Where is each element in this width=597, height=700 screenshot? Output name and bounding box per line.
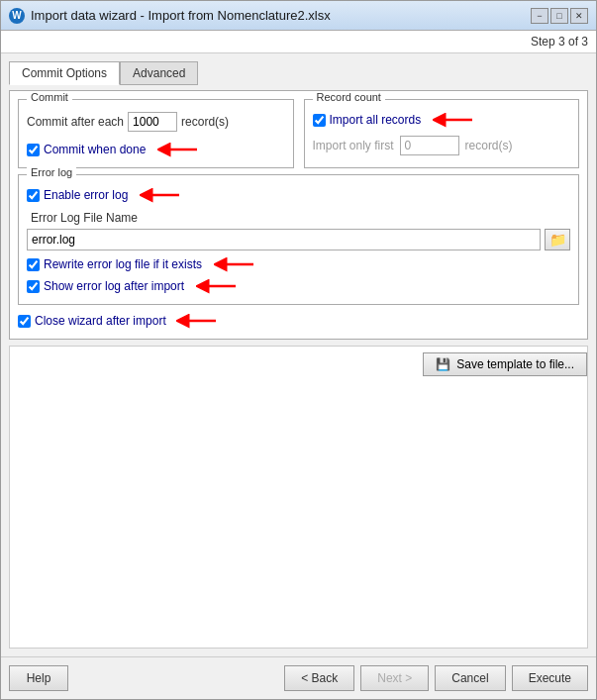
rewrite-label[interactable]: Rewrite error log file if it exists — [27, 257, 202, 271]
tab-advanced[interactable]: Advanced — [120, 61, 198, 85]
import-only-row: Import only first record(s) — [313, 136, 571, 155]
commit-row: Commit after each record(s) — [27, 112, 285, 132]
arrow-enable-error-log — [140, 185, 184, 205]
tab-content: Commit Commit after each record(s) Commi… — [9, 90, 588, 340]
help-button[interactable]: Help — [9, 665, 68, 691]
import-all-label[interactable]: Import all records — [313, 113, 422, 127]
close-wizard-checkbox[interactable] — [18, 315, 31, 328]
cancel-button[interactable]: Cancel — [435, 665, 505, 691]
save-template-row: 💾 Save template to file... — [10, 347, 587, 382]
commit-label-after: record(s) — [181, 115, 229, 129]
enable-error-log-label[interactable]: Enable error log — [27, 188, 128, 202]
bottom-buttons: Help < Back Next > Cancel Execute — [1, 656, 596, 699]
rewrite-row: Rewrite error log file if it exists — [27, 254, 570, 274]
close-button[interactable]: ✕ — [570, 8, 588, 24]
import-only-label-after: record(s) — [465, 139, 513, 152]
file-name-label-row: Error Log File Name — [31, 211, 570, 225]
enable-error-log-checkbox[interactable] — [27, 189, 40, 202]
arrow-close-wizard — [176, 311, 221, 331]
file-name-label: Error Log File Name — [31, 211, 138, 225]
close-wizard-label[interactable]: Close wizard after import — [18, 314, 166, 328]
commit-section: Commit Commit after each record(s) Commi… — [18, 99, 294, 168]
import-only-label-before: Import only first — [313, 139, 394, 152]
commit-value-input[interactable] — [128, 112, 177, 132]
error-log-section: Error log Enable error log — [18, 174, 579, 305]
error-log-legend: Error log — [27, 166, 76, 178]
commit-legend: Commit — [27, 91, 72, 103]
show-after-row: Show error log after import — [27, 276, 570, 296]
file-input-row: 📁 — [27, 229, 570, 250]
commit-when-done-checkbox[interactable] — [27, 144, 40, 156]
title-bar: W Import data wizard - Import from Nomen… — [1, 1, 596, 31]
import-all-checkbox[interactable] — [313, 114, 326, 127]
arrow-commit-when-done — [157, 140, 202, 159]
record-count-section: Record count Import all records — [304, 99, 580, 168]
show-after-label[interactable]: Show error log after import — [27, 279, 184, 293]
arrow-rewrite — [214, 254, 258, 274]
close-wizard-row: Close wizard after import — [18, 311, 579, 331]
tab-bar: Commit Options Advanced — [9, 61, 588, 85]
import-all-row: Import all records — [313, 110, 571, 130]
arrow-import-all — [433, 110, 477, 130]
commit-when-done-row: Commit when done — [27, 140, 285, 159]
top-sections: Commit Commit after each record(s) Commi… — [18, 99, 579, 174]
enable-error-log-row: Enable error log — [27, 185, 570, 205]
execute-button[interactable]: Execute — [512, 665, 588, 691]
browse-file-button[interactable]: 📁 — [545, 229, 570, 250]
main-window: W Import data wizard - Import from Nomen… — [0, 0, 597, 700]
log-area: 💾 Save template to file... — [9, 346, 588, 649]
title-bar-left: W Import data wizard - Import from Nomen… — [9, 8, 331, 24]
commit-when-done-label[interactable]: Commit when done — [27, 143, 146, 156]
maximize-button[interactable]: □ — [550, 8, 568, 24]
import-only-input[interactable] — [400, 136, 459, 155]
save-icon: 💾 — [436, 357, 450, 371]
tab-commit-options[interactable]: Commit Options — [9, 61, 120, 85]
commit-label-before: Commit after each — [27, 115, 124, 129]
error-log-file-input[interactable] — [27, 229, 541, 250]
step-indicator: Step 3 of 3 — [1, 31, 596, 53]
back-button[interactable]: < Back — [284, 665, 354, 691]
show-after-checkbox[interactable] — [27, 280, 40, 293]
nav-buttons: < Back Next > Cancel Execute — [284, 665, 588, 691]
minimize-button[interactable]: − — [531, 8, 548, 24]
next-button[interactable]: Next > — [360, 665, 429, 691]
save-template-button[interactable]: 💾 Save template to file... — [423, 352, 587, 376]
window-controls: − □ ✕ — [531, 8, 588, 24]
content-area: Commit Options Advanced Commit Commit af… — [1, 53, 596, 656]
arrow-show-after — [196, 276, 241, 296]
app-icon: W — [9, 8, 25, 24]
rewrite-checkbox[interactable] — [27, 258, 40, 271]
record-count-legend: Record count — [313, 91, 385, 103]
step-text: Step 3 of 3 — [531, 35, 588, 49]
window-title: Import data wizard - Import from Nomencl… — [31, 8, 331, 23]
